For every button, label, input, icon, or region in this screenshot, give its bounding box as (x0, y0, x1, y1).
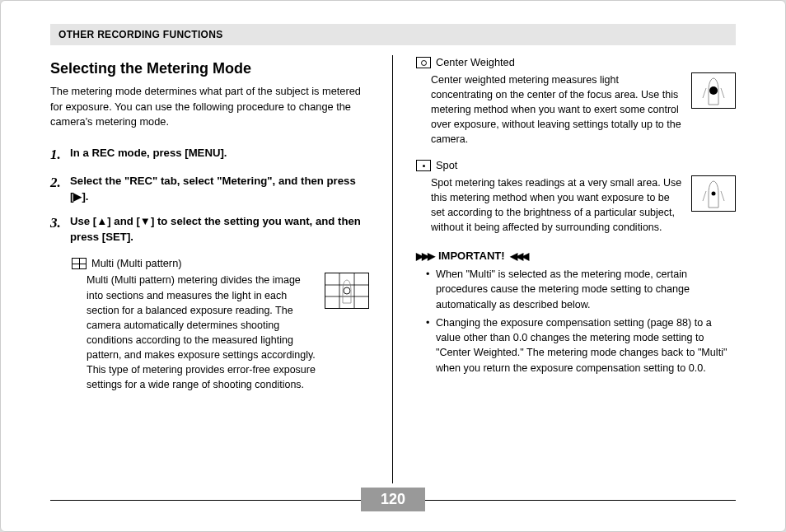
option-multi: Multi (Multi pattern) Multi (Multi patte… (72, 256, 369, 393)
left-column: Selecting the Metering Mode The metering… (50, 55, 393, 483)
option-description: Center weighted metering measures light … (431, 72, 683, 147)
step-text: Use [▲] and [▼] to select the setting yo… (70, 213, 369, 245)
option-label: Spot (436, 158, 457, 174)
important-heading: ▶▶▶ IMPORTANT! ◀◀◀ (416, 250, 736, 262)
triangle-right-icon: ▶▶▶ (416, 250, 433, 262)
multi-pattern-thumbnail (325, 273, 369, 309)
svg-point-5 (709, 86, 718, 95)
intro-text: The metering mode determines what part o… (50, 84, 369, 130)
spot-thumbnail (691, 175, 736, 212)
step-1: 1. In a REC mode, press [MENU]. (50, 145, 369, 166)
center-weighted-thumbnail (691, 72, 736, 109)
section-header: OTHER RECORDING FUNCTIONS (50, 24, 736, 45)
option-spot: Spot Spot metering takes readings at a v… (416, 158, 736, 235)
option-label: Center Weighted (436, 55, 515, 71)
important-item: Changing the exposure compensation setti… (436, 315, 736, 376)
option-description: Multi (Multi pattern) metering divides t… (87, 273, 316, 392)
step-3: 3. Use [▲] and [▼] to select the setting… (50, 213, 369, 245)
step-number: 2. (50, 173, 65, 204)
step-text: In a REC mode, press [MENU]. (70, 145, 369, 166)
page-title: Selecting the Metering Mode (50, 60, 369, 77)
step-text: Select the "REC" tab, select "Metering",… (70, 173, 369, 204)
spot-icon (416, 160, 431, 171)
triangle-left-icon: ◀◀◀ (510, 250, 527, 262)
svg-point-6 (712, 191, 716, 195)
important-label: IMPORTANT! (438, 250, 505, 262)
multi-pattern-icon (72, 258, 87, 269)
content-columns: Selecting the Metering Mode The metering… (50, 55, 736, 483)
right-column: Center Weighted Center weighted metering… (393, 55, 736, 483)
option-label: Multi (Multi pattern) (91, 256, 182, 272)
important-item: When "Multi" is selected as the metering… (436, 267, 736, 312)
svg-point-4 (344, 287, 350, 294)
step-2: 2. Select the "REC" tab, select "Meterin… (50, 173, 369, 204)
step-number: 3. (50, 213, 65, 245)
manual-page: OTHER RECORDING FUNCTIONS Selecting the … (0, 0, 786, 532)
option-center: Center Weighted Center weighted metering… (416, 55, 736, 147)
step-number: 1. (50, 145, 65, 166)
center-weighted-icon (416, 57, 431, 68)
important-list: When "Multi" is selected as the metering… (421, 267, 736, 376)
option-description: Spot metering takes readings at a very s… (431, 175, 683, 236)
page-number-bar: 120 (1, 488, 785, 511)
page-number: 120 (361, 488, 425, 511)
